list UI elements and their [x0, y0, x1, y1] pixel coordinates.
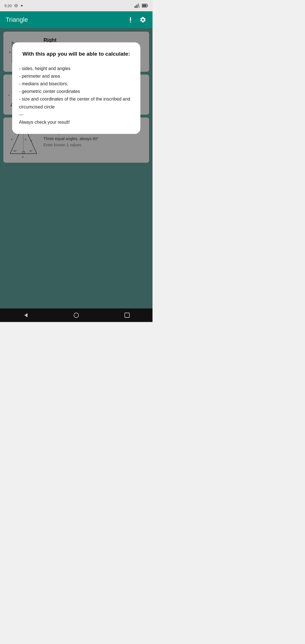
gear-icon	[140, 16, 146, 23]
alert-button[interactable]	[127, 16, 134, 24]
status-bar-left: 5:20	[5, 3, 23, 8]
svg-rect-9	[147, 5, 148, 6]
svg-rect-11	[130, 17, 131, 21]
home-button[interactable]	[71, 310, 82, 321]
app-bar-title: Triangle	[6, 16, 28, 23]
main-content: b a c k β α h m Right Has a right angle …	[0, 28, 152, 308]
back-icon	[22, 312, 29, 318]
status-bar: 5:20	[0, 0, 152, 11]
back-button[interactable]	[20, 310, 31, 321]
svg-marker-43	[24, 313, 27, 317]
modal-body: - sides, height and angles- perimeter an…	[19, 65, 134, 126]
modal-overlay[interactable]: With this app you will be able to calcul…	[0, 28, 152, 308]
app-bar-actions	[127, 16, 147, 24]
svg-rect-10	[142, 5, 147, 7]
svg-point-44	[74, 313, 79, 318]
signal-icon	[134, 3, 140, 8]
svg-rect-12	[130, 21, 131, 23]
svg-point-1	[16, 5, 17, 6]
svg-rect-3	[134, 6, 135, 8]
battery-icon	[142, 4, 148, 8]
app-bar: Triangle	[0, 11, 152, 28]
recent-apps-icon	[124, 312, 130, 318]
bottom-nav	[0, 308, 152, 322]
home-icon	[73, 312, 79, 318]
svg-rect-45	[125, 313, 130, 318]
svg-rect-4	[136, 5, 136, 8]
alert-icon	[127, 16, 134, 23]
svg-rect-5	[137, 5, 138, 8]
modal-title: With this app you will be able to calcul…	[19, 50, 134, 58]
svg-point-2	[21, 5, 23, 6]
modal-dialog: With this app you will be able to calcul…	[12, 42, 140, 134]
modal-body-text: - sides, height and angles- perimeter an…	[19, 66, 130, 125]
status-bar-right	[134, 3, 148, 8]
settings-button[interactable]	[139, 16, 147, 24]
recent-apps-button[interactable]	[121, 310, 133, 321]
notification-dot-icon	[21, 5, 23, 7]
status-time: 5:20	[5, 4, 12, 8]
settings-dot-icon	[14, 3, 18, 8]
